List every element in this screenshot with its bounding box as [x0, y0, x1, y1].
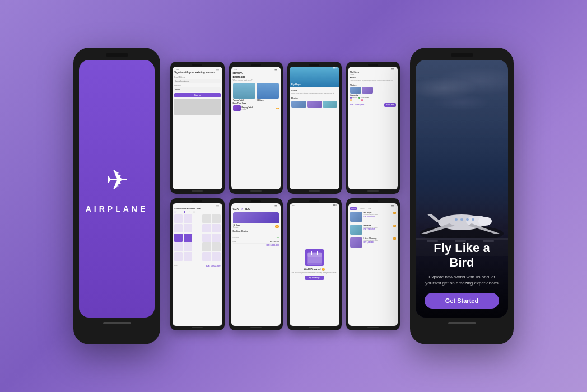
svg-rect-11	[472, 218, 474, 221]
seat-a2[interactable]	[184, 214, 192, 223]
tab-popular[interactable]: Popular	[358, 207, 366, 210]
screen-signin: 9:41 ▮▮▮ Sign-in with your existing acco…	[173, 67, 222, 189]
seat-a3	[202, 214, 211, 223]
place-photo-1	[350, 87, 361, 94]
interest-4: Somewhere	[361, 99, 371, 101]
list-item-meirama[interactable]: Meirama 5.0 5 Person • 4, 24 Seats IDR 1…	[350, 225, 397, 236]
status-bar-6: 9:41 ▮▮▮	[233, 205, 279, 207]
photo-1	[291, 101, 306, 108]
booking-route: CGK ✈ TLC 1 person	[233, 207, 279, 211]
my-bookings-button[interactable]: My Bookings	[305, 276, 324, 280]
phones-grid: 9:41 ▮▮▮ Sign-in with your existing acco…	[170, 62, 400, 330]
booking-rating: 4.5	[275, 225, 279, 228]
list-item-lako[interactable]: Lako Gibwang 4.4 2 Person • 25, 34 Seats…	[350, 237, 397, 249]
rating-badge-1: 4.5	[276, 108, 279, 109]
screen-seat: 9:41 ▮▮▮ Select Your Favorite Seat Avail…	[173, 203, 222, 326]
mini-notch-6	[251, 200, 261, 202]
seat-e3[interactable]	[202, 252, 211, 260]
home-greeting: Howdy, Bambang	[233, 71, 279, 78]
password-label: Password	[174, 85, 221, 87]
photos-label: Photos	[291, 97, 338, 100]
detail-hero: Fly Hayo	[290, 67, 339, 87]
signin-title: Sign-in with your existing account	[174, 71, 221, 74]
tab-near[interactable]: Near	[367, 207, 372, 210]
place-title: Fly Hayo	[350, 71, 397, 73]
seat-c3[interactable]	[202, 234, 211, 242]
place-footer: IDR 3,500,000 Book Now	[350, 102, 397, 107]
list-item-1[interactable]: Payung Taduh Medan 4.5	[233, 105, 279, 111]
detail-hero-label: Fly Hayo	[291, 83, 301, 86]
available-dot	[174, 211, 176, 213]
seat-legend: Available Selected Unavail	[174, 211, 221, 213]
seat-b2[interactable]	[184, 224, 192, 232]
tab-explore[interactable]: Explore	[350, 207, 357, 210]
interest-1: Kili Port	[350, 97, 357, 99]
signin-button[interactable]: Sign In	[174, 93, 221, 97]
seat-d3	[202, 242, 211, 251]
legend-unavailable: Unavail	[193, 211, 200, 213]
phone-mini-signin: 9:41 ▮▮▮ Sign-in with your existing acco…	[170, 62, 225, 194]
svg-rect-9	[460, 218, 463, 221]
keyboard	[174, 99, 221, 115]
seat-c2[interactable]	[184, 234, 192, 242]
seat-e4[interactable]	[212, 252, 220, 260]
booking-card-image	[233, 212, 279, 223]
seat-e2[interactable]	[184, 252, 192, 260]
mini-notch-4	[368, 64, 378, 66]
seat-a1[interactable]	[174, 214, 183, 223]
book-now-button[interactable]: Book Now	[384, 103, 396, 107]
seat-d4	[212, 242, 220, 251]
seat-b4[interactable]	[212, 224, 220, 232]
seat-b3[interactable]	[202, 224, 211, 232]
seat-d2[interactable]	[184, 242, 192, 251]
password-input[interactable]: ••••••••	[174, 87, 221, 92]
right-screen-content: Fly Like a Bird Explore new world with u…	[416, 232, 508, 318]
list-tabs: Explore Popular Near	[350, 207, 397, 210]
calendar-svg	[305, 249, 324, 266]
screen-booked: 9:41 ▮▮▮ Well Booked 😍 Are you ready to …	[290, 203, 339, 326]
home-card-2[interactable]: Hill Hayo	[257, 83, 279, 101]
place-sub: Medan	[350, 74, 397, 76]
about-text: Lorem ipsum dolor sit amet massa aliquam…	[291, 92, 338, 96]
booking-card: Hill HayoTernate 4.5	[233, 212, 279, 229]
home-card-1[interactable]: Payung Taduh	[233, 83, 255, 101]
get-started-button[interactable]: Get Started	[425, 293, 499, 309]
status-bar-1: 9:41 ▮▮▮	[174, 69, 221, 71]
item-info-2: Meirama 5.0 5 Person • 4, 24 Seats IDR 1…	[364, 225, 397, 235]
seat-grid	[174, 214, 221, 261]
phone-mini-detail: 9:41 ▮▮▮ Fly Hayo About Lorem ipsum dolo…	[287, 62, 342, 194]
mini-bar-1	[192, 190, 203, 192]
svg-point-7	[478, 217, 492, 226]
seat-a4	[212, 214, 220, 223]
screen-place: 9:41 ▮▮▮ Fly Hayo Medan About Lorem ipsu…	[348, 67, 398, 189]
mini-notch-8	[368, 200, 378, 202]
booking-total: Grand Total IDR 3,000,000	[233, 243, 279, 246]
svg-rect-0	[307, 253, 322, 265]
mini-bar-3	[309, 190, 320, 192]
seat-c1[interactable]	[174, 234, 183, 242]
detail-body: About Lorem ipsum dolor sit amet massa a…	[290, 87, 339, 109]
booking-details-label: Booking Details	[233, 230, 279, 232]
email-input[interactable]: lorem@email.com	[174, 79, 221, 83]
app-name-label: AIRPLANE	[86, 204, 148, 213]
mini-notch-2	[251, 64, 261, 66]
mini-notch-3	[309, 64, 319, 66]
screen-booking: 9:41 ▮▮▮ CGK ✈ TLC 1 person Hill HayoTer…	[231, 203, 281, 326]
item-thumb-3	[350, 237, 362, 248]
interests-label: Interests	[350, 94, 397, 96]
seat-b1[interactable]	[174, 224, 183, 232]
mini-bar-8	[367, 327, 379, 328]
mini-bar-2	[250, 190, 262, 192]
seat-e1[interactable]	[174, 252, 183, 260]
route-display: CGK ✈ TLC	[233, 207, 250, 211]
dest-city: TLC	[245, 207, 250, 211]
list-item-hill-hayo[interactable]: Hill Hayo 4.4 2 Person • 34, 24 Seats ID…	[350, 212, 397, 223]
phone-mini-list: 9:41 ▮▮▮ Explore Popular Near Hill Hayo …	[346, 198, 400, 330]
interest-dot-4	[361, 99, 363, 101]
origin-city: CGK	[233, 207, 239, 211]
seat-total-label: Total	[174, 265, 177, 267]
seat-d1[interactable]	[174, 242, 183, 251]
seat-c4[interactable]	[212, 234, 220, 242]
phone-screen-right: Fly Like a Bird Explore new world with u…	[416, 60, 508, 318]
place-about-label: About	[350, 77, 397, 79]
